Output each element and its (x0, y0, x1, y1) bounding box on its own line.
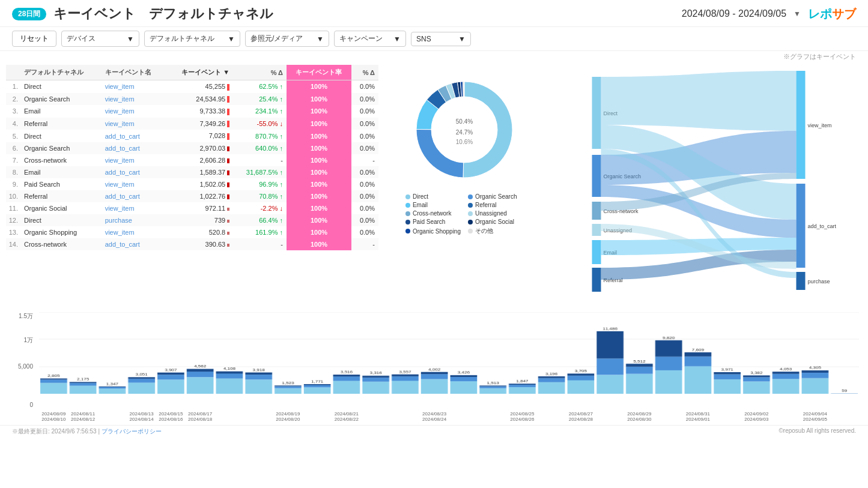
event-cell: view_item (102, 118, 166, 130)
table-row: 3. Email view_item 9,733.38 234.1% ↑ 100… (6, 105, 378, 118)
pct-delta1-cell: 31,687.5% ↑ (233, 166, 287, 178)
main-content: デフォルトチャネル キーイベント名 キーイベント ▼ % Δ キーイベント率 %… (0, 62, 868, 309)
pct-delta2-cell: 0.0% (351, 142, 378, 154)
channel-cell: Paid Search (20, 178, 102, 190)
date-label (537, 411, 566, 422)
bar-date-labels: 2024/08/092024/08/102024/08/112024/08/12… (39, 411, 859, 422)
date-label: 2024/08/172024/08/18 (186, 411, 215, 422)
svg-rect-19 (797, 272, 806, 290)
legend-item: Paid Search (405, 218, 461, 225)
svg-rect-3 (592, 77, 601, 149)
table-row: 5. Direct add_to_cart 7,028 870.7% ↑ 100… (6, 130, 378, 142)
pct-delta2-cell: 0.0% (351, 178, 378, 190)
col-pct-delta1[interactable]: % Δ (233, 65, 287, 80)
channel-cell: Direct (20, 80, 102, 93)
reset-button[interactable]: リセット (12, 31, 56, 47)
source-dropdown[interactable]: 参照元/メディア▼ (245, 31, 329, 47)
page-title: キーイベント デフォルトチャネル (53, 5, 273, 23)
data-table: デフォルトチャネル キーイベント名 キーイベント ▼ % Δ キーイベント率 %… (6, 65, 378, 250)
legend: DirectOrganic SearchEmailReferralCross-n… (405, 193, 523, 235)
donut-container: 50.4% 24.7% 10.6% (404, 70, 524, 190)
pct-delta2-cell: 0.0% (351, 190, 378, 202)
svg-text:50.4%: 50.4% (456, 118, 473, 125)
date-label: 2024/08/152024/08/16 (156, 411, 186, 422)
pct-delta1-cell: 640.0% ↑ (233, 142, 287, 154)
legend-item: Cross-network (405, 210, 461, 217)
date-label (303, 411, 332, 422)
rate-cell: 100% (287, 166, 351, 178)
legend-item: Direct (405, 193, 461, 200)
rate-cell: 100% (287, 154, 351, 166)
table-row: 4. Referral view_item 7,349.26 -55.0% ↓ … (6, 118, 378, 130)
event-cell: add_to_cart (102, 166, 166, 178)
rate-cell: 100% (287, 238, 351, 250)
bar-chart-section: 1.5万 1万 5,000 0 2024/08/092024/08/102024… (0, 309, 868, 425)
col-key-event[interactable]: キーイベント ▼ (166, 65, 234, 80)
pct-delta1-cell: - (233, 154, 287, 166)
legend-item: その他 (468, 227, 523, 235)
col-num (6, 65, 20, 80)
dropdown-arrow-date[interactable]: ▼ (794, 10, 801, 18)
event-cell: view_item (102, 202, 166, 214)
pct-delta1-cell: 234.1% ↑ (233, 105, 287, 118)
row-num: 7. (6, 154, 20, 166)
date-label (595, 411, 625, 422)
col-channel[interactable]: デフォルトチャネル (20, 65, 102, 80)
sns-dropdown[interactable]: SNS▼ (411, 32, 471, 46)
svg-rect-15 (797, 71, 806, 179)
table-row: 2. Organic Search view_item 24,534.95 25… (6, 93, 378, 106)
row-num: 12. (6, 214, 20, 226)
pct-delta2-cell: 0.0% (351, 130, 378, 142)
value-cell: 7,028 (166, 130, 234, 142)
event-cell: add_to_cart (102, 190, 166, 202)
rate-cell: 100% (287, 93, 351, 106)
value-cell: 1,589.37 (166, 166, 234, 178)
value-cell: 739 (166, 214, 234, 226)
pct-delta1-cell: 161.9% ↑ (233, 226, 287, 238)
pct-delta2-cell: 0.0% (351, 166, 378, 178)
event-cell: view_item (102, 154, 166, 166)
col-pct-delta2[interactable]: % Δ (351, 65, 378, 80)
value-cell: 520.8 (166, 226, 234, 238)
date-label (712, 411, 742, 422)
y-label-0: 0 (29, 402, 33, 408)
col-rate[interactable]: キーイベント率 (287, 65, 351, 80)
channel-cell: Referral (20, 118, 102, 130)
pct-delta1-cell: - (233, 238, 287, 250)
pct-delta2-cell: 0.0% (351, 118, 378, 130)
pct-delta2-cell: 0.0% (351, 226, 378, 238)
channel-cell: Organic Social (20, 202, 102, 214)
row-num: 14. (6, 238, 20, 250)
svg-text:view_item: view_item (808, 122, 832, 128)
date-label: 2024/08/312024/09/01 (684, 411, 713, 422)
pct-delta2-cell: 0.0% (351, 214, 378, 226)
svg-rect-7 (592, 202, 601, 220)
date-label: 2024/08/252024/08/26 (508, 411, 537, 422)
rate-cell: 100% (287, 142, 351, 154)
campaign-dropdown[interactable]: キャンペーン▼ (334, 31, 406, 47)
legend-item: Unassigned (468, 210, 523, 217)
channel-dropdown[interactable]: デフォルトチャネル▼ (144, 31, 240, 47)
privacy-link[interactable]: プライバシーポリシー (102, 428, 162, 435)
device-dropdown[interactable]: デバイス▼ (61, 31, 139, 47)
pct-delta2-cell: 0.0% (351, 202, 378, 214)
date-label (244, 411, 273, 422)
row-num: 5. (6, 130, 20, 142)
date-label (361, 411, 390, 422)
legend-item: Organic Social (468, 218, 523, 225)
date-label (98, 411, 127, 422)
date-label (771, 411, 801, 422)
donut-section: 50.4% 24.7% 10.6% DirectOrganic SearchEm… (383, 65, 545, 307)
table-row: 6. Organic Search add_to_cart 2,970.03 6… (6, 142, 378, 154)
date-label: 2024/08/092024/08/10 (39, 411, 68, 422)
date-label (654, 411, 684, 422)
pct-delta1-cell: 96.9% ↑ (233, 178, 287, 190)
y-label-15k: 1.5万 (19, 312, 33, 321)
badge-28days: 28日間 (12, 8, 46, 20)
pct-delta2-cell: 0.0% (351, 80, 378, 93)
col-event-name[interactable]: キーイベント名 (102, 65, 166, 80)
date-label (478, 411, 508, 422)
table-row: 14. Cross-network add_to_cart 390.63 - 1… (6, 238, 378, 250)
y-label-10k: 1万 (23, 336, 33, 345)
event-cell: purchase (102, 214, 166, 226)
